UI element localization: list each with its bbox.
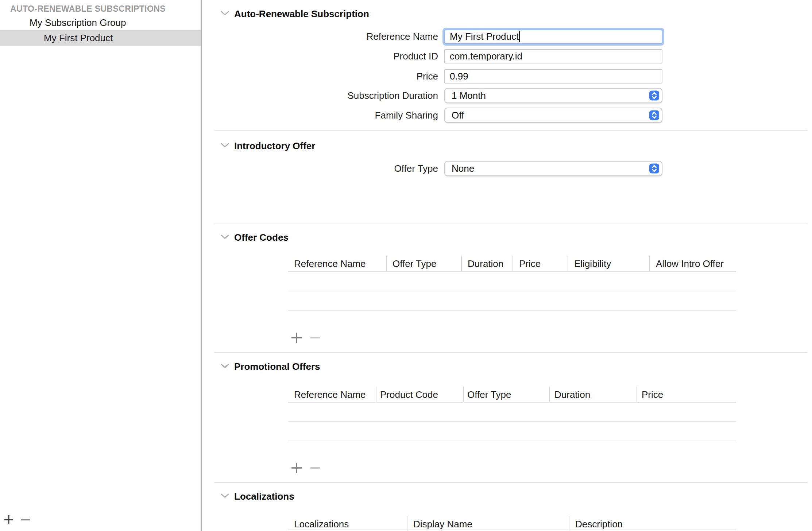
minus-icon	[309, 462, 321, 475]
remove-promotional-offer-button[interactable]	[309, 462, 321, 475]
subscription-duration-popup[interactable]: 1 Month	[444, 88, 662, 103]
add-product-button[interactable]	[3, 514, 14, 525]
localizations-table-header: Localizations Display Name Description	[288, 516, 738, 531]
remove-product-button[interactable]	[20, 514, 31, 525]
section-title: Auto-Renewable Subscription	[234, 8, 369, 20]
form-row-family-sharing: Family Sharing Off	[298, 108, 669, 123]
plus-icon	[291, 462, 302, 475]
price-value: 0.99	[450, 71, 468, 82]
reference-name-label: Reference Name	[298, 31, 444, 42]
disclosure-button[interactable]	[221, 493, 229, 500]
table-row-line	[288, 421, 736, 422]
chevron-down-icon	[221, 11, 229, 18]
offer-type-value: None	[452, 163, 474, 174]
chevron-down-icon	[221, 493, 229, 500]
offer-type-label: Offer Type	[298, 163, 444, 174]
promotional-offers-actions	[288, 461, 398, 475]
form-row-price: Price 0.99	[298, 69, 669, 84]
disclosure-button[interactable]	[221, 234, 229, 241]
section-title: Offer Codes	[234, 232, 289, 243]
column-header: Duration	[461, 256, 513, 272]
section-divider	[214, 482, 808, 483]
popup-stepper-icon	[649, 164, 659, 174]
price-input[interactable]: 0.99	[444, 69, 662, 84]
family-sharing-label: Family Sharing	[298, 110, 444, 121]
popup-stepper-icon	[649, 111, 659, 120]
offer-type-popup[interactable]: None	[444, 161, 662, 176]
offer-codes-table-header: Reference Name Offer Type Duration Price…	[288, 256, 738, 272]
sidebar-item-subscription-group[interactable]: My Subscription Group	[0, 15, 201, 30]
plus-icon	[291, 332, 302, 345]
column-header: Price	[637, 387, 738, 403]
text-caret	[519, 31, 520, 42]
sidebar-group-header: AUTO-RENEWABLE SUBSCRIPTIONS	[10, 4, 166, 14]
table-header-underline	[288, 271, 736, 272]
column-header: Reference Name	[288, 387, 376, 403]
popup-stepper-icon	[649, 91, 659, 101]
sidebar-item-first-product[interactable]: My First Product	[0, 30, 201, 46]
sidebar-item-label: My Subscription Group	[30, 17, 126, 28]
reference-name-value: My First Product	[450, 31, 519, 42]
promotional-offers-table-header: Reference Name Product Code Offer Type D…	[288, 387, 738, 403]
product-id-value: com.temporary.id	[450, 51, 522, 62]
disclosure-button[interactable]	[221, 143, 229, 150]
sidebar-item-label: My First Product	[44, 32, 113, 44]
column-header: Display Name	[407, 516, 569, 531]
table-row-line	[288, 310, 736, 311]
chevron-down-icon	[221, 143, 229, 150]
product-id-label: Product ID	[298, 51, 444, 62]
section-divider	[214, 224, 808, 224]
form-row-product-id: Product ID com.temporary.id	[298, 49, 669, 64]
price-label: Price	[298, 71, 444, 82]
column-header: Reference Name	[288, 256, 386, 272]
column-header: Offer Type	[386, 256, 461, 272]
chevron-down-icon	[221, 363, 229, 370]
sidebar: AUTO-RENEWABLE SUBSCRIPTIONS My Subscrip…	[0, 0, 202, 531]
reference-name-input[interactable]: My First Product	[444, 30, 662, 44]
column-header: Allow Intro Offer	[649, 256, 738, 272]
section-title: Promotional Offers	[234, 361, 320, 372]
section-divider	[214, 352, 808, 353]
product-id-input[interactable]: com.temporary.id	[444, 49, 662, 63]
subscription-duration-value: 1 Month	[452, 90, 486, 101]
section-promotional-offers: Promotional Offers	[221, 361, 320, 372]
section-introductory-offer: Introductory Offer	[221, 140, 315, 152]
column-header: Duration	[549, 387, 637, 403]
section-title: Introductory Offer	[234, 140, 315, 152]
column-header: Eligibility	[568, 256, 649, 272]
section-divider	[214, 130, 808, 131]
add-promotional-offer-button[interactable]	[291, 462, 302, 475]
disclosure-button[interactable]	[221, 363, 229, 370]
table-header-underline	[288, 402, 736, 403]
column-header: Price	[513, 256, 568, 272]
section-offer-codes: Offer Codes	[221, 232, 289, 243]
column-header: Localizations	[288, 516, 407, 531]
column-header: Description	[569, 516, 738, 531]
add-offer-code-button[interactable]	[291, 332, 302, 345]
form-row-offer-type: Offer Type None	[298, 161, 669, 176]
section-title: Localizations	[234, 491, 294, 502]
form-row-reference-name: Reference Name My First Product	[298, 29, 669, 44]
table-row-line	[288, 441, 736, 441]
form-row-subscription-duration: Subscription Duration 1 Month	[298, 88, 669, 103]
remove-offer-code-button[interactable]	[309, 332, 321, 345]
minus-icon	[20, 514, 31, 525]
subscription-duration-label: Subscription Duration	[298, 90, 444, 101]
sidebar-actions	[0, 512, 201, 530]
family-sharing-value: Off	[452, 110, 464, 121]
minus-icon	[309, 332, 321, 345]
table-header-underline	[288, 530, 736, 530]
offer-codes-actions	[288, 330, 398, 345]
table-row-line	[288, 291, 736, 291]
disclosure-button[interactable]	[221, 11, 229, 18]
family-sharing-popup[interactable]: Off	[444, 108, 662, 123]
chevron-down-icon	[221, 234, 229, 241]
column-header: Product Code	[376, 387, 463, 403]
section-auto-renewable-subscription: Auto-Renewable Subscription	[221, 8, 369, 20]
storekit-configuration-editor: AUTO-RENEWABLE SUBSCRIPTIONS My Subscrip…	[0, 0, 812, 531]
plus-icon	[3, 514, 14, 525]
section-localizations: Localizations	[221, 491, 294, 502]
column-header: Offer Type	[463, 387, 549, 403]
